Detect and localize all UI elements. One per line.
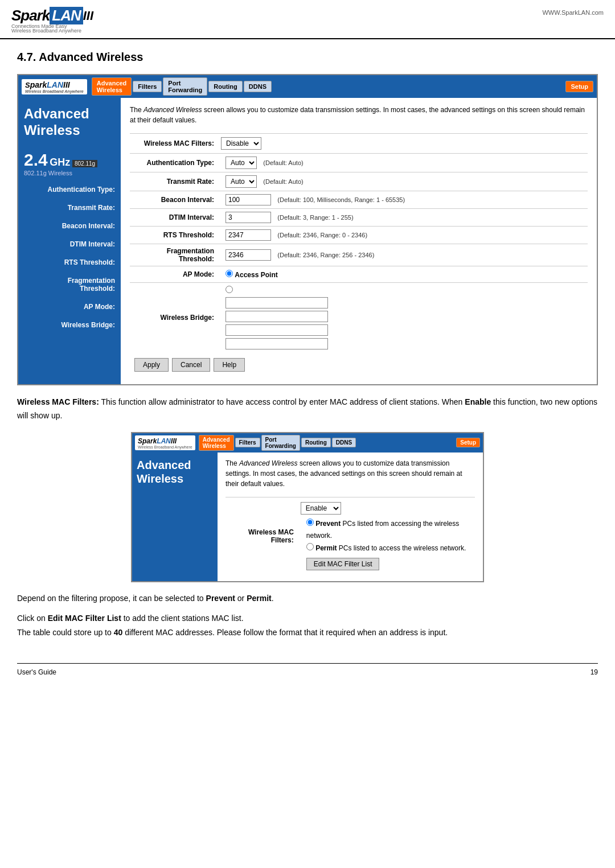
transmit-hint: (Default: Auto) — [263, 178, 303, 185]
filter-prevent: Prevent — [206, 594, 235, 603]
second-screenshot-box: SparkLANIII Wireless Broadband Anywhere … — [131, 432, 484, 582]
logo: Spark LAN III Connections Made Easy Wire… — [11, 7, 93, 34]
permit-text: PCs listed to access the wireless networ… — [339, 544, 466, 552]
table-row-bridge: Wireless Bridge: — [130, 283, 588, 353]
ghz-unit: GHz — [50, 157, 70, 168]
filter-or: or — [237, 594, 247, 603]
beacon-label: Beacon Interval: — [130, 191, 221, 209]
section-title: 4.7. Advanced Wireless — [17, 51, 598, 64]
nav-tab-advanced[interactable]: AdvancedWireless — [92, 77, 132, 96]
sidebar-heading: Advanced Wireless — [24, 106, 115, 139]
nav-tab-sm-port[interactable]: PortForwarding — [261, 435, 300, 451]
bridge-input-2[interactable] — [226, 311, 328, 322]
permit-radio[interactable] — [306, 543, 314, 550]
nav-tab-sm-routing[interactable]: Routing — [301, 438, 331, 447]
cancel-button[interactable]: Cancel — [172, 358, 210, 372]
frag-input[interactable] — [226, 249, 271, 261]
screenshot2-heading: Advanced Wireless — [137, 458, 213, 486]
nav-spark: Spark — [138, 437, 157, 445]
help-button[interactable]: Help — [214, 358, 245, 372]
ap-mode-value-cell: Access Point — [221, 266, 588, 283]
main-content: 4.7. Advanced Wireless SparkLANIII Wirel… — [0, 39, 615, 652]
auth-label: Authentication Type: — [130, 154, 221, 172]
nav-tab-filters[interactable]: Filters — [133, 81, 162, 92]
screenshot2-main: The Advanced Wireless screen allows you … — [218, 452, 483, 581]
page-header: Spark LAN III Connections Made Easy Wire… — [0, 0, 615, 39]
mac-enable-select[interactable]: Enable Disable — [301, 502, 341, 515]
bridge-input-4[interactable] — [226, 338, 328, 349]
nav-tab-sm-setup[interactable]: Setup — [456, 438, 480, 447]
nav-tab-sm-advanced[interactable]: AdvancedWireless — [199, 435, 234, 451]
table-row-ap-mode: AP Mode: Access Point — [130, 266, 588, 283]
page-footer: User's Guide 19 — [17, 663, 598, 681]
nav-bar: SparkLANIII Wireless Broadband Anywhere … — [18, 75, 597, 98]
sidebar-label-dtim: DTIM Interval: — [24, 240, 115, 248]
nav-tab-port-fwd[interactable]: PortForwarding — [163, 77, 207, 96]
sidebar-label-frag: FragmentationThreshold: — [24, 277, 115, 293]
prevent-radio[interactable] — [306, 519, 314, 526]
footer-right: 19 — [591, 668, 598, 676]
transmit-value-cell: Auto (Default: Auto) — [221, 172, 588, 191]
permit-label: Permit — [315, 544, 337, 552]
nav-tab-routing[interactable]: Routing — [208, 81, 243, 92]
nav-tab-sm-filters[interactable]: Filters — [235, 438, 260, 447]
sidebar-labels: Authentication Type: Transmit Rate: Beac… — [24, 186, 115, 329]
beacon-hint: (Default: 100, Milliseconds, Range: 1 - … — [277, 196, 405, 203]
rts-label: RTS Threshold: — [130, 227, 221, 244]
beacon-input[interactable] — [226, 194, 271, 205]
edit-mac-desc-para: Click on Edit MAC Filter List to add the… — [17, 611, 598, 626]
table-row-dtim: DTIM Interval: (Default: 3, Range: 1 - 2… — [130, 209, 588, 227]
ap-mode-radio[interactable] — [226, 270, 233, 277]
mac-filter-desc-bold: Wireless MAC Filters: — [17, 397, 99, 406]
mac-filter-desc-body: This function allow administrator to hav… — [101, 397, 465, 406]
sidebar-label-ap: AP Mode: — [24, 303, 115, 311]
rts-input[interactable] — [226, 229, 271, 241]
bridge-inputs — [226, 297, 583, 349]
logo-tagline2: Wireless Broadband Anywhere — [11, 28, 93, 34]
mac-enable-label: Wireless MAC Filters: — [226, 528, 301, 544]
edit-mac-body: to add the client stations MAC list. — [124, 614, 244, 623]
footer-text: Depend on the filtering propose, it can … — [17, 591, 598, 640]
nav-tab-sm-ddns[interactable]: DDNS — [332, 438, 356, 447]
bridge-radio[interactable] — [226, 286, 233, 293]
nav-logo-small2: SparkLANIII Wireless Broadband Anywhere — [135, 435, 195, 450]
ap-mode-label: AP Mode: — [130, 266, 221, 283]
ap-mode-radio-label: Access Point — [226, 271, 278, 279]
website-url: WWW.SparkLAN.com — [542, 9, 604, 16]
apply-button[interactable]: Apply — [134, 358, 169, 372]
enable-bold: Enable — [465, 397, 491, 406]
nav-tab-setup[interactable]: Setup — [565, 81, 593, 92]
nav-logo-sub: Wireless Broadband Anywhere — [25, 89, 84, 93]
dtim-label: DTIM Interval: — [130, 209, 221, 227]
bridge-input-3[interactable] — [226, 324, 328, 336]
dtim-input[interactable] — [226, 212, 271, 223]
ghz-section: 2.4 GHz 802.11g 802.11g Wireless — [24, 150, 115, 176]
frag-hint: (Default: 2346, Range: 256 - 2346) — [277, 252, 374, 258]
mac-filter-select[interactable]: Disable Enable — [221, 137, 261, 150]
filter-desc-text: Depend on the filtering propose, it can … — [17, 594, 204, 603]
mac-filter-description: Wireless MAC Filters: This function allo… — [17, 396, 598, 423]
logo-suffix: III — [83, 9, 93, 23]
sidebar-label-bridge: Wireless Bridge: — [24, 321, 115, 329]
bridge-input-1[interactable] — [226, 297, 328, 308]
frag-value-cell: (Default: 2346, Range: 256 - 2346) — [221, 244, 588, 266]
table-row-transmit: Transmit Rate: Auto (Default: Auto) — [130, 172, 588, 191]
transmit-select[interactable]: Auto — [226, 175, 257, 188]
prevent-option: Prevent PCs listed from accessing the wi… — [306, 518, 475, 542]
nav-bar-small: SparkLANIII Wireless Broadband Anywhere … — [132, 433, 483, 452]
ap-mode-text: Access Point — [235, 271, 277, 279]
action-buttons: Apply Cancel Help — [130, 352, 588, 377]
sidebar-label-rts: RTS Threshold: — [24, 258, 115, 266]
ghz-number: 2.4 — [24, 150, 48, 169]
table-body-text: different MAC addresses. Please follow t… — [125, 628, 448, 637]
frag-label: FragmentationThreshold: — [130, 244, 221, 266]
rts-value-cell: (Default: 2346, Range: 0 - 2346) — [221, 227, 588, 244]
footer-left: User's Guide — [17, 668, 56, 676]
first-screenshot-box: SparkLANIII Wireless Broadband Anywhere … — [17, 74, 598, 385]
dtim-hint: (Default: 3, Range: 1 - 255) — [277, 214, 353, 221]
screenshot-main-panel: The Advanced Wireless screen allows you … — [121, 98, 597, 384]
mac-enable-controls: Enable Disable Prevent PCs listed from a… — [301, 502, 475, 571]
auth-select[interactable]: Auto — [226, 157, 257, 169]
edit-mac-btn[interactable]: Edit MAC Filter List — [306, 558, 380, 570]
nav-tab-ddns[interactable]: DDNS — [244, 81, 272, 92]
